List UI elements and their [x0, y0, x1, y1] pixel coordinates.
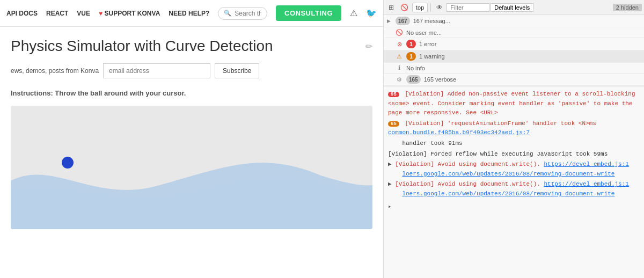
log-chevron-5[interactable]: ▶ — [388, 181, 392, 187]
main-content: Physics Simulator with Curve Detection ✏… — [0, 27, 383, 278]
console-item-verbose[interactable]: ⚙ 165 165 verbose — [384, 74, 644, 86]
badge-65: 65 — [388, 121, 399, 127]
navbar: API DOCS REACT VUE SUPPORT KONVA NEED HE… — [0, 0, 383, 27]
messages-text: 167 messag... — [413, 18, 641, 24]
verbose-text: 165 verbose — [424, 76, 641, 83]
page-title-area: Physics Simulator with Curve Detection ✏ — [11, 38, 372, 55]
nav-need-help[interactable]: NEED HELP? — [169, 10, 209, 17]
error-icon: ⊗ — [396, 41, 403, 48]
search-input[interactable] — [235, 10, 261, 17]
badge-warning: 1 — [406, 52, 416, 61]
log-violation-1: [Violation] 'requestAnimationFrame' hand… — [405, 120, 606, 127]
log-violation-5: [Violation] Avoid using document.write()… — [395, 181, 544, 187]
nav-react[interactable]: REACT — [46, 10, 68, 17]
expand-icon-0: ▶ — [387, 18, 392, 24]
error-text: 1 error — [419, 41, 641, 47]
edit-icon[interactable]: ✏ — [365, 41, 372, 52]
hidden-badge: 2 hidden — [613, 4, 642, 11]
log-entry-1: 65 [Violation] 'requestAnimationFrame' h… — [388, 119, 640, 138]
instructions: Instructions: Throw the ball around with… — [11, 89, 372, 97]
devtools-ban-icon[interactable]: 🚫 — [398, 3, 411, 12]
log-text-3: [Violation] Forced reflow while executin… — [388, 151, 608, 157]
nav-api-docs[interactable]: API DOCS — [6, 10, 38, 17]
log-entry-arrow: ▸ — [388, 200, 640, 212]
log-violation-0: [Violation] Added non-passive event list… — [388, 91, 635, 116]
email-prefix-text: ews, demos, posts from Konva — [11, 67, 99, 75]
devtools-filter-input[interactable] — [447, 3, 489, 12]
console-item-messages[interactable]: ▶ 167 167 messag... — [384, 15, 644, 27]
log-link-4b[interactable]: loers.google.com/web/updates/2016/08/rem… — [402, 171, 614, 177]
canvas-area[interactable] — [11, 106, 372, 229]
warning-text: 1 warning — [419, 53, 641, 60]
devtools-eye-icon[interactable]: 👁 — [434, 3, 445, 12]
verbose-icon: ⚙ — [396, 76, 403, 83]
instructions-label: Instructions: — [11, 89, 53, 97]
separator-1 — [430, 3, 431, 12]
warning-icon: ⚠ — [396, 53, 403, 60]
nav-vue[interactable]: VUE — [77, 10, 90, 17]
devtools-top-dropdown[interactable]: top — [412, 3, 428, 12]
ball — [62, 157, 74, 169]
log-entry-4: ▶ [Violation] Avoid using document.write… — [388, 160, 640, 179]
no-user-text: No user me... — [406, 30, 641, 36]
search-box: 🔍 — [218, 7, 267, 20]
console-item-no-user[interactable]: 🚫 No user me... — [384, 27, 644, 38]
subscribe-button[interactable]: Subscribe — [215, 63, 259, 78]
log-entry-5: ▶ [Violation] Avoid using document.write… — [388, 180, 640, 199]
badge-messages: 167 — [396, 17, 410, 25]
expand-arrow[interactable]: ▸ — [388, 202, 392, 212]
devtools-toolbar: ⊞ 🚫 top 👁 Default levels 2 hidden — [384, 0, 644, 15]
log-link-5[interactable]: https://devel embed.js:1 — [544, 181, 628, 187]
devtools-levels-dropdown[interactable]: Default levels — [491, 3, 533, 12]
left-panel: API DOCS REACT VUE SUPPORT KONVA NEED HE… — [0, 0, 384, 278]
info-icon: ℹ — [396, 64, 403, 71]
log-entry-2: handler took 91ms — [388, 139, 640, 149]
log-chevron-4[interactable]: ▶ — [388, 161, 392, 167]
consulting-button[interactable]: CONSULTING — [276, 5, 341, 21]
console-log: 95 [Violation] Added non-passive event l… — [384, 86, 644, 278]
log-link-1[interactable]: common.bundle.f485ba.b9f493ec342aed.js:7 — [388, 129, 530, 136]
no-user-icon: 🚫 — [396, 29, 403, 36]
search-icon: 🔍 — [224, 10, 231, 17]
console-item-error[interactable]: ⊗ 1 1 error — [384, 38, 644, 50]
nav-support-konva[interactable]: SUPPORT KONVA — [99, 10, 160, 17]
log-link-5b[interactable]: loers.google.com/web/updates/2016/08/rem… — [402, 191, 614, 197]
log-entry-3: [Violation] Forced reflow while executin… — [388, 150, 640, 159]
badge-95: 95 — [388, 92, 399, 97]
instructions-text: Throw the ball around with your cursor. — [53, 89, 186, 97]
no-info-text: No info — [406, 65, 641, 71]
log-violation-4: [Violation] Avoid using document.write()… — [395, 161, 544, 167]
page-title: Physics Simulator with Curve Detection — [11, 38, 273, 55]
log-link-4[interactable]: https://devel embed.js:1 — [544, 161, 628, 167]
log-entry-0: 95 [Violation] Added non-passive event l… — [388, 90, 640, 118]
devtools-grid-icon[interactable]: ⊞ — [386, 3, 397, 12]
console-items: ▶ 167 167 messag... 🚫 No user me... ⊗ 1 … — [384, 15, 644, 86]
twitter-icon[interactable]: 🐦 — [366, 8, 377, 18]
console-item-warning[interactable]: ⚠ 1 1 warning — [384, 50, 644, 63]
devtools-panel: ⊞ 🚫 top 👁 Default levels 2 hidden ▶ 167 … — [384, 0, 644, 278]
email-section: ews, demos, posts from Konva Subscribe — [11, 63, 372, 78]
email-input[interactable] — [103, 63, 210, 78]
badge-error: 1 — [406, 40, 416, 48]
github-icon[interactable]: ⚠ — [350, 8, 357, 18]
badge-verbose: 165 — [406, 75, 421, 84]
console-item-no-info[interactable]: ℹ No info — [384, 63, 644, 74]
